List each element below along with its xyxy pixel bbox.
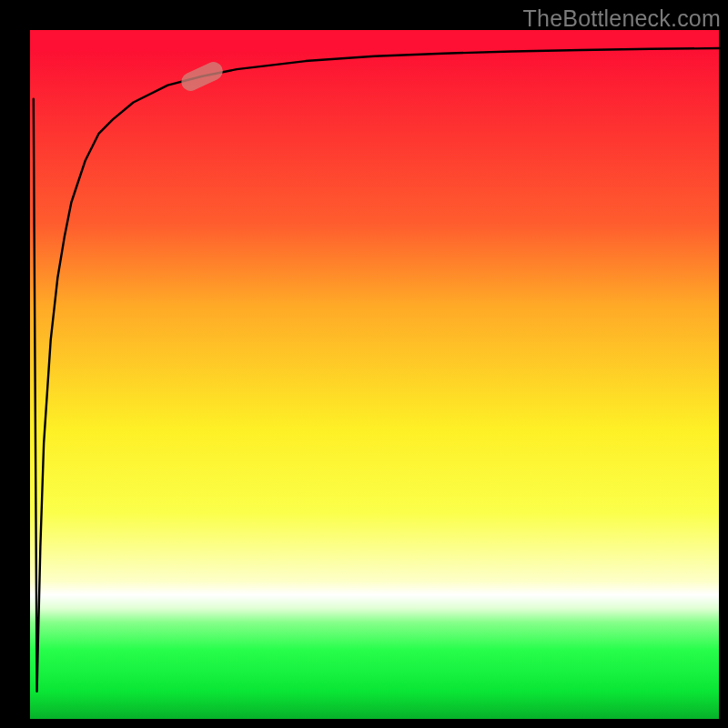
curve-svg [30,30,719,719]
watermark-text: TheBottleneck.com [523,5,721,32]
chart-frame: TheBottleneck.com [0,0,728,728]
plot-area [30,30,719,719]
bottleneck-curve [34,48,719,692]
